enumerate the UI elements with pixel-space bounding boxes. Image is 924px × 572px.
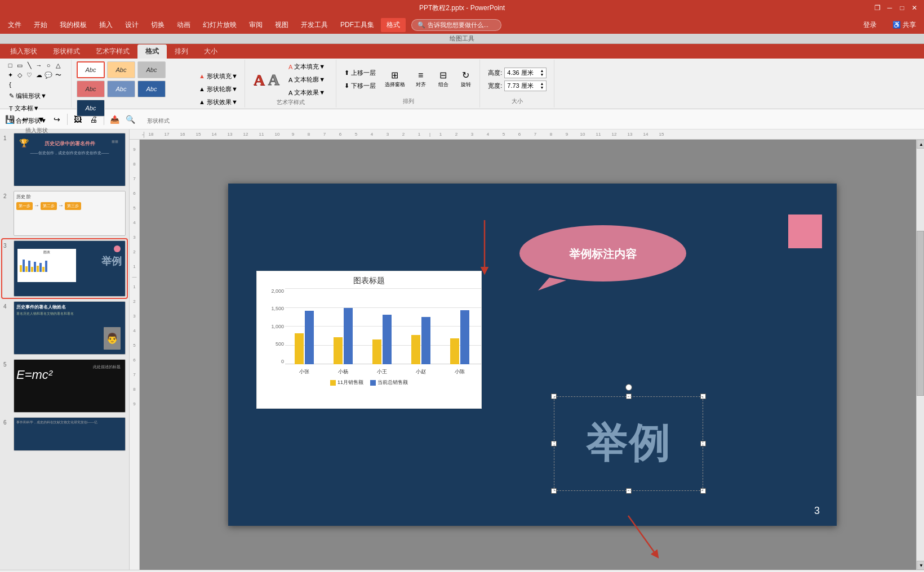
shape-star[interactable]: ✦ (6, 70, 15, 79)
shape-fill-btn[interactable]: ▲ 形状填充▼ (196, 70, 241, 82)
group-btn[interactable]: ⊟ 组合 (433, 68, 454, 91)
slide-num-5: 5 (3, 361, 11, 368)
slide-thumb-4[interactable]: 4 历史事件的著名人物姓名 著名历史人物和著名文物的著名和著名 👨 (2, 300, 127, 356)
shape-diamond[interactable]: ◇ (15, 70, 24, 79)
slide-thumb-1[interactable]: 1 历史记录中的著名件件 ——创史创作，成史创作史创作史创作史—— 🏆 ≡≡ (2, 132, 127, 187)
textbox-icon: T (9, 105, 13, 112)
menu-file[interactable]: 文件 (2, 18, 27, 32)
close-btn[interactable]: ✕ (909, 3, 919, 13)
rotate-btn[interactable]: ↻ 旋转 (456, 68, 476, 91)
callout-bubble[interactable]: 举例标注内容 (516, 224, 690, 292)
insert-shapes-content: □ ▭ ╲ → ○ △ ✦ ◇ ♡ ☁ 💬 〜 { ✎ (6, 61, 68, 127)
menu-view[interactable]: 视图 (269, 18, 294, 32)
style-item-4[interactable]: Abc (77, 81, 105, 97)
art-text-a2[interactable]: A (268, 71, 279, 89)
style-item-1[interactable]: Abc (77, 61, 105, 78)
scrollbar-v[interactable]: ▲ ▼ (916, 140, 924, 570)
art-text-a1[interactable]: A (253, 71, 264, 89)
style-item-3[interactable]: Abc (137, 61, 166, 78)
rotate-handle[interactable] (625, 384, 632, 391)
menu-transition[interactable]: 切换 (145, 18, 170, 32)
shape-brace[interactable]: { (6, 80, 15, 89)
slide-thumb-3[interactable]: 3 图表 (2, 239, 127, 298)
shape-line[interactable]: ╲ (25, 61, 34, 70)
main-area: 1 历史记录中的著名件件 ——创史创作，成史创作史创作史创作史—— 🏆 ≡≡ 2… (0, 129, 924, 570)
shape-rect[interactable]: □ (6, 61, 15, 70)
search-box[interactable]: 🔍 告诉我您想要做什么... (411, 19, 501, 31)
selected-object-container[interactable]: 举例 (554, 396, 703, 491)
menu-home[interactable]: 开始 (28, 18, 53, 32)
svg-marker-1 (538, 278, 566, 291)
svg-text:举例标注内容: 举例标注内容 (568, 248, 637, 260)
align-btn[interactable]: ≡ 对齐 (411, 68, 431, 91)
maximize-btn[interactable]: □ (897, 3, 907, 13)
style-item-7[interactable]: Abc (77, 100, 105, 117)
shape-arrow[interactable]: → (34, 61, 43, 70)
right-buttons: 登录 ♿ 共享 (858, 18, 922, 32)
bars-3 (372, 315, 392, 364)
slide-number: 3 (814, 505, 820, 517)
minimize-btn[interactable]: ─ (885, 3, 895, 13)
edit-shape-btn[interactable]: ✎ 编辑形状▼ (6, 90, 68, 102)
width-input[interactable]: 7.73 厘米 ▲▼ (504, 81, 547, 91)
menu-dev[interactable]: 开发工具 (295, 18, 334, 32)
shape-curve[interactable]: 〜 (54, 70, 63, 79)
shapes-grid: □ ▭ ╲ → ○ △ ✦ ◇ ♡ ☁ 💬 〜 { (6, 61, 68, 89)
tab-art-text[interactable]: 艺术字样式 (88, 44, 137, 59)
menu-format[interactable]: 格式 (381, 18, 406, 32)
xlabel-4: 小赵 (416, 368, 426, 376)
style-item-2[interactable]: Abc (107, 61, 135, 78)
style-item-6[interactable]: Abc (137, 81, 166, 97)
slide-num-3: 3 (3, 243, 11, 249)
menu-pdf[interactable]: PDF工具集 (335, 18, 380, 32)
tab-format[interactable]: 格式 (137, 44, 167, 59)
down-layer-btn[interactable]: ⬇ 下移一层 (341, 80, 379, 92)
slide-img-6: 事件和科学，成史的科创文献文物文化研究发创——亿 (14, 417, 126, 451)
scroll-up-btn[interactable]: ▲ (917, 140, 924, 149)
menu-review[interactable]: 审阅 (243, 18, 268, 32)
text-box-btn[interactable]: T 文本框▼ (6, 102, 68, 114)
up-layer-btn[interactable]: ⬆ 上移一层 (341, 67, 379, 79)
shape-effect-btn[interactable]: ▲ 形状效果▼ (196, 96, 241, 108)
shape-triangle[interactable]: △ (54, 61, 63, 70)
width-spinner[interactable]: ▲▼ (540, 82, 544, 90)
bar-y2-5 (460, 310, 469, 364)
canvas-area: ┤ 18 17 16 15 14 13 12 11 10 9 8 7 6 (130, 129, 924, 570)
text-effect-btn[interactable]: A 文本效果▼ (285, 87, 328, 99)
slide-thumb-5[interactable]: 5 E=mc² 此处描述的标题 (2, 358, 127, 414)
scroll-down-btn[interactable]: ▼ (917, 561, 924, 570)
share-btn[interactable]: ♿ 共享 (887, 18, 922, 32)
menu-design[interactable]: 设计 (119, 18, 144, 32)
menu-animation[interactable]: 动画 (171, 18, 196, 32)
login-btn[interactable]: 登录 (858, 18, 882, 32)
legend-dot-1 (330, 380, 336, 386)
restore-btn[interactable]: ❐ (872, 3, 882, 13)
text-outline-btn[interactable]: A 文本轮廓▼ (285, 74, 328, 86)
shape-callout[interactable]: 💬 (44, 70, 53, 79)
group-art-text: A A A 文本填充▼ A 文本轮廓▼ A 文本效果▼ 艺术字样式 (246, 60, 336, 108)
chart-title: 图表标题 (257, 276, 481, 286)
tab-size[interactable]: 大小 (196, 44, 225, 59)
shape-heart[interactable]: ♡ (25, 70, 34, 79)
select-panel-btn[interactable]: ⊞ 选择窗格 (381, 68, 408, 91)
tab-insert-shapes[interactable]: 插入形状 (2, 44, 45, 59)
text-fill-btn[interactable]: A 文本填充▼ (285, 61, 328, 73)
height-input[interactable]: 4.36 厘米 ▲▼ (504, 68, 547, 78)
menu-template[interactable]: 我的模板 (54, 18, 92, 32)
slide-thumb-6[interactable]: 6 事件和科学，成史的科创文献文物文化研究发创——亿 (2, 416, 127, 452)
tab-arrange[interactable]: 排列 (167, 44, 196, 59)
menu-slideshow[interactable]: 幻灯片放映 (197, 18, 242, 32)
merge-shapes-btn[interactable]: ⊕ 合并形状▼ (6, 115, 68, 127)
menu-insert[interactable]: 插入 (94, 18, 118, 32)
scroll-thumb[interactable] (917, 231, 924, 396)
shape-outline-btn[interactable]: ▲ 形状轮廓▼ (196, 83, 241, 95)
shape-rounded[interactable]: ▭ (15, 61, 24, 70)
shape-circle[interactable]: ○ (44, 61, 53, 70)
height-spinner[interactable]: ▲▼ (540, 69, 544, 77)
style-item-5[interactable]: Abc (107, 81, 135, 97)
slide-canvas[interactable]: 举例标注内容 图表标题 2,000 1,500 1,000 500 0 (228, 184, 837, 526)
shape-cloud[interactable]: ☁ (34, 70, 43, 79)
slide-img-5: E=mc² 此处描述的标题 (14, 359, 126, 413)
slide-thumb-2[interactable]: 2 历史 阶 第一步 → 第二步 → 第三步 (2, 190, 127, 237)
tab-shape-styles[interactable]: 形状样式 (45, 44, 88, 59)
